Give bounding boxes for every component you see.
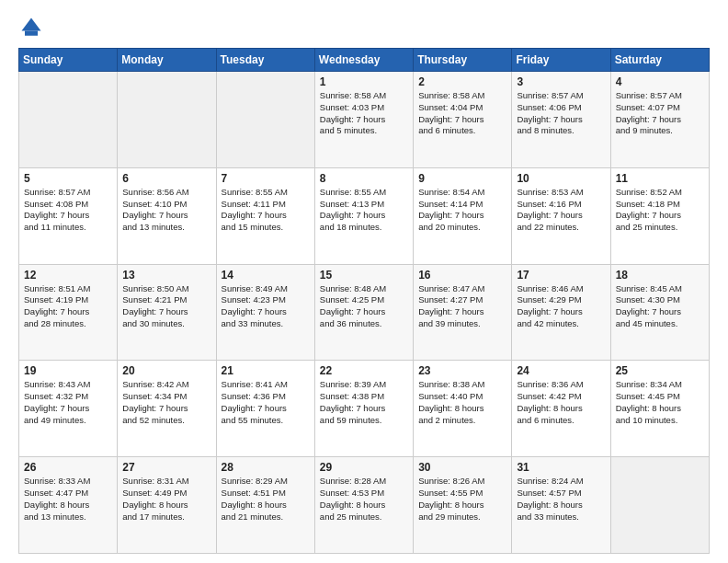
day-number: 10: [517, 172, 605, 185]
day-number: 18: [616, 269, 704, 282]
calendar-cell: 22Sunrise: 8:39 AM Sunset: 4:38 PM Dayli…: [314, 361, 413, 457]
calendar-cell: 5Sunrise: 8:57 AM Sunset: 4:08 PM Daylig…: [19, 167, 118, 264]
day-info: Sunrise: 8:45 AM Sunset: 4:30 PM Dayligh…: [616, 283, 704, 330]
day-info: Sunrise: 8:34 AM Sunset: 4:45 PM Dayligh…: [616, 379, 704, 426]
day-number: 5: [24, 172, 112, 185]
calendar-cell: 6Sunrise: 8:56 AM Sunset: 4:10 PM Daylig…: [118, 167, 216, 264]
day-info: Sunrise: 8:56 AM Sunset: 4:10 PM Dayligh…: [122, 187, 210, 234]
page: SundayMondayTuesdayWednesdayThursdayFrid…: [0, 0, 728, 563]
day-number: 20: [122, 364, 210, 377]
day-info: Sunrise: 8:24 AM Sunset: 4:57 PM Dayligh…: [517, 476, 605, 523]
calendar-cell: 7Sunrise: 8:55 AM Sunset: 4:11 PM Daylig…: [216, 167, 314, 264]
calendar-cell: 17Sunrise: 8:46 AM Sunset: 4:29 PM Dayli…: [512, 264, 610, 361]
calendar-cell: 14Sunrise: 8:49 AM Sunset: 4:23 PM Dayli…: [216, 264, 314, 361]
calendar-cell: 13Sunrise: 8:50 AM Sunset: 4:21 PM Dayli…: [118, 264, 216, 361]
day-info: Sunrise: 8:51 AM Sunset: 4:19 PM Dayligh…: [24, 283, 112, 330]
day-info: Sunrise: 8:57 AM Sunset: 4:06 PM Dayligh…: [517, 90, 605, 137]
calendar-cell: 4Sunrise: 8:57 AM Sunset: 4:07 PM Daylig…: [610, 72, 709, 168]
calendar-weekday-wednesday: Wednesday: [314, 49, 413, 72]
day-number: 24: [517, 364, 605, 377]
day-number: 21: [222, 364, 310, 377]
day-info: Sunrise: 8:57 AM Sunset: 4:07 PM Dayligh…: [616, 90, 704, 137]
logo-icon: [18, 15, 44, 40]
calendar-cell: 29Sunrise: 8:28 AM Sunset: 4:53 PM Dayli…: [314, 457, 413, 554]
day-number: 19: [24, 364, 112, 377]
header: [18, 15, 710, 40]
day-info: Sunrise: 8:57 AM Sunset: 4:08 PM Dayligh…: [24, 187, 112, 234]
day-info: Sunrise: 8:38 AM Sunset: 4:40 PM Dayligh…: [418, 379, 506, 426]
logo: [18, 15, 48, 40]
calendar-weekday-saturday: Saturday: [610, 49, 709, 72]
day-number: 12: [24, 269, 112, 282]
calendar-cell: 19Sunrise: 8:43 AM Sunset: 4:32 PM Dayli…: [19, 361, 118, 457]
day-info: Sunrise: 8:47 AM Sunset: 4:27 PM Dayligh…: [418, 283, 506, 330]
day-number: 23: [418, 364, 506, 377]
day-info: Sunrise: 8:26 AM Sunset: 4:55 PM Dayligh…: [418, 476, 506, 523]
day-info: Sunrise: 8:29 AM Sunset: 4:51 PM Dayligh…: [222, 476, 310, 523]
calendar-cell: 30Sunrise: 8:26 AM Sunset: 4:55 PM Dayli…: [414, 457, 512, 554]
calendar-week-5: 26Sunrise: 8:33 AM Sunset: 4:47 PM Dayli…: [19, 457, 710, 554]
day-info: Sunrise: 8:36 AM Sunset: 4:42 PM Dayligh…: [517, 379, 605, 426]
day-number: 9: [418, 172, 506, 185]
day-number: 30: [418, 461, 506, 474]
day-number: 6: [122, 172, 210, 185]
day-number: 14: [222, 269, 310, 282]
calendar-cell: 21Sunrise: 8:41 AM Sunset: 4:36 PM Dayli…: [216, 361, 314, 457]
day-info: Sunrise: 8:46 AM Sunset: 4:29 PM Dayligh…: [517, 283, 605, 330]
day-number: 28: [222, 461, 310, 474]
day-info: Sunrise: 8:55 AM Sunset: 4:13 PM Dayligh…: [320, 187, 408, 234]
calendar-week-1: 1Sunrise: 8:58 AM Sunset: 4:03 PM Daylig…: [19, 72, 710, 168]
day-number: 29: [320, 461, 408, 474]
calendar-weekday-sunday: Sunday: [19, 49, 118, 72]
day-number: 4: [616, 75, 704, 88]
calendar-weekday-thursday: Thursday: [414, 49, 512, 72]
day-number: 1: [320, 75, 408, 88]
day-info: Sunrise: 8:48 AM Sunset: 4:25 PM Dayligh…: [320, 283, 408, 330]
day-info: Sunrise: 8:54 AM Sunset: 4:14 PM Dayligh…: [418, 187, 506, 234]
calendar-cell: 25Sunrise: 8:34 AM Sunset: 4:45 PM Dayli…: [610, 361, 709, 457]
calendar-cell: 9Sunrise: 8:54 AM Sunset: 4:14 PM Daylig…: [414, 167, 512, 264]
calendar-cell: 31Sunrise: 8:24 AM Sunset: 4:57 PM Dayli…: [512, 457, 610, 554]
calendar-cell: 26Sunrise: 8:33 AM Sunset: 4:47 PM Dayli…: [19, 457, 118, 554]
calendar-week-4: 19Sunrise: 8:43 AM Sunset: 4:32 PM Dayli…: [19, 361, 710, 457]
day-info: Sunrise: 8:39 AM Sunset: 4:38 PM Dayligh…: [320, 379, 408, 426]
day-info: Sunrise: 8:58 AM Sunset: 4:03 PM Dayligh…: [320, 90, 408, 137]
calendar-cell: 20Sunrise: 8:42 AM Sunset: 4:34 PM Dayli…: [118, 361, 216, 457]
day-number: 31: [517, 461, 605, 474]
day-number: 8: [320, 172, 408, 185]
calendar-header-row: SundayMondayTuesdayWednesdayThursdayFrid…: [19, 49, 710, 72]
day-number: 25: [616, 364, 704, 377]
calendar-cell: 16Sunrise: 8:47 AM Sunset: 4:27 PM Dayli…: [414, 264, 512, 361]
calendar-cell: 1Sunrise: 8:58 AM Sunset: 4:03 PM Daylig…: [314, 72, 413, 168]
calendar-cell: 11Sunrise: 8:52 AM Sunset: 4:18 PM Dayli…: [610, 167, 709, 264]
day-number: 7: [222, 172, 310, 185]
day-info: Sunrise: 8:49 AM Sunset: 4:23 PM Dayligh…: [222, 283, 310, 330]
day-info: Sunrise: 8:58 AM Sunset: 4:04 PM Dayligh…: [418, 90, 506, 137]
calendar-cell: 8Sunrise: 8:55 AM Sunset: 4:13 PM Daylig…: [314, 167, 413, 264]
day-info: Sunrise: 8:50 AM Sunset: 4:21 PM Dayligh…: [122, 283, 210, 330]
day-number: 11: [616, 172, 704, 185]
day-number: 27: [122, 461, 210, 474]
day-number: 2: [418, 75, 506, 88]
day-number: 13: [122, 269, 210, 282]
day-info: Sunrise: 8:43 AM Sunset: 4:32 PM Dayligh…: [24, 379, 112, 426]
calendar-week-3: 12Sunrise: 8:51 AM Sunset: 4:19 PM Dayli…: [19, 264, 710, 361]
calendar-cell: 27Sunrise: 8:31 AM Sunset: 4:49 PM Dayli…: [118, 457, 216, 554]
day-number: 3: [517, 75, 605, 88]
calendar-table: SundayMondayTuesdayWednesdayThursdayFrid…: [18, 48, 710, 554]
calendar-cell: 3Sunrise: 8:57 AM Sunset: 4:06 PM Daylig…: [512, 72, 610, 168]
day-info: Sunrise: 8:53 AM Sunset: 4:16 PM Dayligh…: [517, 187, 605, 234]
day-number: 26: [24, 461, 112, 474]
day-number: 22: [320, 364, 408, 377]
calendar-weekday-tuesday: Tuesday: [216, 49, 314, 72]
calendar-cell: 28Sunrise: 8:29 AM Sunset: 4:51 PM Dayli…: [216, 457, 314, 554]
calendar-cell: [19, 72, 118, 168]
calendar-cell: [118, 72, 216, 168]
calendar-cell: 23Sunrise: 8:38 AM Sunset: 4:40 PM Dayli…: [414, 361, 512, 457]
calendar-cell: 18Sunrise: 8:45 AM Sunset: 4:30 PM Dayli…: [610, 264, 709, 361]
day-number: 17: [517, 269, 605, 282]
calendar-weekday-monday: Monday: [118, 49, 216, 72]
day-info: Sunrise: 8:31 AM Sunset: 4:49 PM Dayligh…: [122, 476, 210, 523]
calendar-cell: 24Sunrise: 8:36 AM Sunset: 4:42 PM Dayli…: [512, 361, 610, 457]
day-info: Sunrise: 8:52 AM Sunset: 4:18 PM Dayligh…: [616, 187, 704, 234]
